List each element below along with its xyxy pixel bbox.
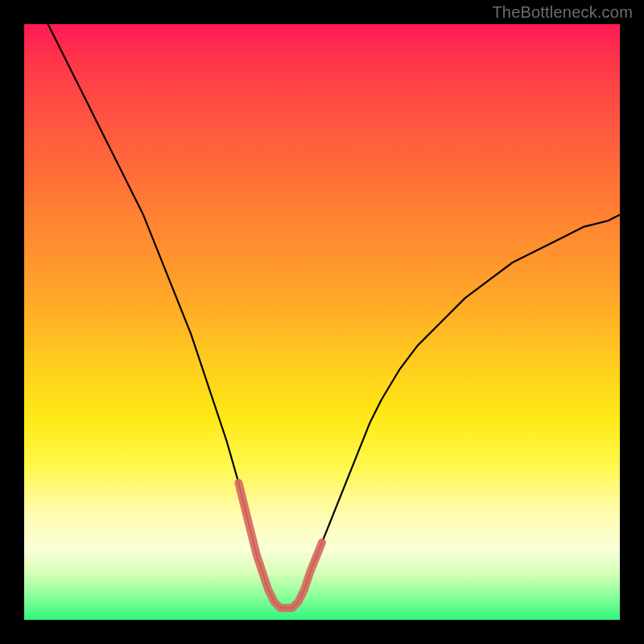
watermark-text: TheBottleneck.com bbox=[492, 3, 633, 22]
curve-layer bbox=[24, 24, 620, 620]
bottleneck-curve bbox=[48, 24, 620, 608]
chart-frame: TheBottleneck.com bbox=[0, 0, 644, 644]
highlight-segment bbox=[238, 483, 322, 608]
plot-area bbox=[24, 24, 620, 620]
